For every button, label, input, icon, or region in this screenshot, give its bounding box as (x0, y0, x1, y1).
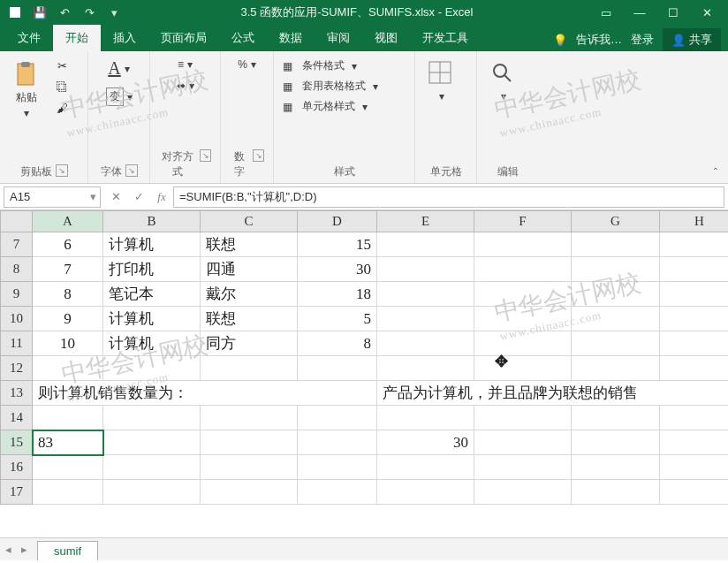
format-painter-icon[interactable]: 🖌 (51, 99, 72, 117)
cell[interactable]: 83 (33, 430, 103, 455)
tab-developer[interactable]: 开发工具 (410, 25, 481, 51)
name-box[interactable]: A15 ▾ (4, 186, 101, 208)
enter-formula-icon[interactable]: ✓ (127, 186, 150, 208)
font-color-icon[interactable]: A (108, 58, 120, 79)
sheet-nav-next-icon[interactable]: ▸ (16, 543, 32, 556)
cell[interactable] (201, 455, 298, 480)
cell[interactable] (298, 455, 377, 480)
cell[interactable] (572, 480, 660, 505)
cell[interactable] (660, 331, 729, 356)
chevron-down-icon[interactable]: ▾ (251, 58, 256, 71)
cell[interactable] (474, 406, 572, 430)
tab-insert[interactable]: 插入 (101, 25, 148, 51)
cancel-formula-icon[interactable]: ✕ (104, 186, 127, 208)
cell[interactable] (572, 282, 660, 307)
cell[interactable] (201, 430, 298, 455)
cell[interactable] (474, 331, 572, 356)
cell[interactable]: 8 (33, 282, 103, 307)
tab-data[interactable]: 数据 (267, 25, 315, 51)
cell[interactable] (474, 455, 572, 480)
cell[interactable] (474, 282, 572, 307)
cell[interactable] (660, 430, 729, 455)
cell[interactable]: 同方 (201, 331, 298, 356)
number-launcher-icon[interactable]: ↘ (253, 149, 264, 162)
ribbon-options-icon[interactable]: ▭ (590, 3, 622, 22)
share-button[interactable]: 👤 共享 (663, 28, 721, 51)
cell[interactable] (660, 307, 729, 331)
chevron-down-icon[interactable]: ▾ (127, 91, 133, 103)
fx-icon[interactable]: fx (150, 186, 173, 208)
cell[interactable]: 7 (33, 257, 103, 282)
cell[interactable] (201, 406, 298, 430)
cell[interactable] (377, 455, 474, 480)
ime-icon[interactable]: 变 (106, 87, 124, 106)
cell[interactable]: 联想 (201, 232, 298, 257)
col-header[interactable]: H (660, 211, 729, 232)
row-header[interactable]: 7 (1, 232, 33, 257)
find-button[interactable]: ▾ (486, 57, 521, 106)
cell[interactable] (474, 307, 572, 331)
chevron-down-icon[interactable]: ▾ (125, 63, 130, 75)
cell[interactable]: 打印机 (103, 257, 201, 282)
row-header[interactable]: 11 (1, 331, 33, 356)
conditional-formatting-button[interactable]: ▦ 条件格式 ▾ (283, 57, 357, 75)
cell[interactable]: 9 (33, 307, 103, 331)
close-icon[interactable]: ✕ (691, 3, 723, 22)
cell[interactable]: 30 (298, 257, 377, 282)
col-header[interactable]: E (377, 211, 474, 232)
format-as-table-button[interactable]: ▦ 套用表格格式 ▾ (283, 77, 378, 95)
cell[interactable] (298, 430, 377, 455)
cell[interactable] (377, 232, 474, 257)
copy-icon[interactable]: ⿻ (51, 78, 72, 95)
cell[interactable] (572, 406, 660, 430)
redo-icon[interactable]: ↷ (80, 3, 99, 22)
formula-input[interactable]: =SUMIF(B:B,"计算机",D:D) (173, 186, 724, 208)
qat-dropdown-icon[interactable]: ▾ (104, 3, 124, 22)
col-header[interactable]: A (33, 211, 103, 232)
align-launcher-icon[interactable]: ↘ (200, 149, 211, 162)
chevron-down-icon[interactable]: ▾ (187, 58, 193, 71)
cell[interactable] (298, 406, 377, 430)
tab-formulas[interactable]: 公式 (219, 25, 267, 51)
cell[interactable] (660, 406, 729, 430)
row-header[interactable]: 16 (1, 455, 33, 480)
cell[interactable] (103, 480, 201, 505)
cell[interactable] (572, 430, 660, 455)
cell[interactable] (33, 455, 103, 480)
cell[interactable]: 则计算机销售数量为： (33, 381, 377, 406)
minimize-icon[interactable]: — (624, 3, 656, 22)
cell[interactable]: 四通 (201, 257, 298, 282)
cell[interactable] (33, 356, 103, 381)
tab-review[interactable]: 审阅 (315, 25, 362, 51)
select-all-corner[interactable] (1, 211, 33, 232)
cell[interactable] (103, 455, 201, 480)
cell[interactable] (474, 430, 572, 455)
paste-button[interactable]: 粘贴 ▾ (9, 57, 44, 123)
cell[interactable] (660, 455, 729, 480)
cell[interactable] (377, 307, 474, 331)
sheet-nav-prev-icon[interactable]: ◂ (0, 543, 16, 556)
cell[interactable]: 计算机 (103, 307, 201, 331)
merge-icon[interactable]: ⬌ (177, 80, 186, 92)
cell[interactable]: 8 (298, 331, 377, 356)
cell[interactable] (377, 406, 474, 430)
cell[interactable]: 产品为计算机，并且品牌为联想的销售 (377, 381, 729, 406)
row-header[interactable]: 15 (1, 430, 33, 455)
cell[interactable] (660, 480, 729, 505)
col-header[interactable]: G (572, 211, 660, 232)
cell[interactable]: 15 (298, 232, 377, 257)
row-header[interactable]: 10 (1, 307, 33, 331)
cell[interactable]: 30 (377, 430, 474, 455)
cell[interactable] (377, 282, 474, 307)
cell[interactable] (572, 257, 660, 282)
cell[interactable] (103, 430, 201, 455)
tab-view[interactable]: 视图 (362, 25, 410, 51)
chevron-down-icon[interactable]: ▾ (90, 190, 100, 203)
cell[interactable]: 计算机 (103, 331, 201, 356)
tab-file[interactable]: 文件 (5, 25, 53, 51)
save-icon[interactable]: 💾 (30, 3, 49, 22)
cell[interactable] (377, 480, 474, 505)
chevron-down-icon[interactable]: ▾ (189, 80, 194, 92)
cell[interactable]: 联想 (201, 307, 298, 331)
worksheet-grid[interactable]: A B C D E F G H 76计算机联想1587打印机四通3098笔记本戴… (0, 210, 728, 537)
